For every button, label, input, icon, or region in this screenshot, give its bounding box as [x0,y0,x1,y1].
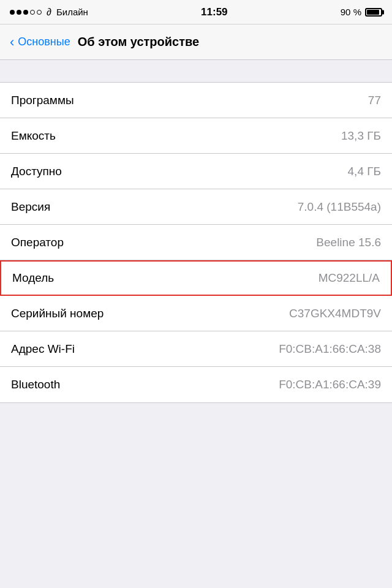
status-time: 11:59 [201,6,227,18]
signal-dots [10,10,42,15]
content: Программы77Емкость13,3 ГБДоступно4,4 ГБВ… [0,60,392,403]
page-title: Об этом устройстве [78,35,199,49]
settings-row: BluetoothF0:CB:A1:66:CA:39 [0,367,392,402]
battery-fill [367,10,379,15]
signal-dot-1 [10,10,15,15]
back-label: Основные [18,36,70,48]
row-value: 4,4 ГБ [348,165,381,178]
status-left: ∂ Билайн [10,7,88,18]
wifi-icon: ∂ [47,7,51,18]
row-value: C37GKX4MDT9V [289,307,381,320]
signal-dot-5 [37,10,42,15]
row-value: 13,3 ГБ [341,129,381,143]
row-value: 77 [368,94,381,107]
row-label: Оператор [11,236,64,249]
battery-percent: 90 % [341,7,361,17]
settings-row: Адрес Wi-FiF0:CB:A1:66:CA:38 [0,331,392,367]
settings-section: Программы77Емкость13,3 ГБДоступно4,4 ГБВ… [0,82,392,403]
row-label: Модель [12,271,54,285]
status-bar: ∂ Билайн 11:59 90 % [0,0,392,24]
row-label: Серийный номер [11,307,104,320]
row-label: Программы [11,94,74,107]
status-right: 90 % [341,7,382,17]
row-value: F0:CB:A1:66:CA:39 [279,378,381,391]
settings-row: Емкость13,3 ГБ [0,118,392,154]
row-value: MC922LL/A [318,271,380,285]
battery-icon [365,8,382,17]
row-value: F0:CB:A1:66:CA:38 [279,342,381,356]
row-label: Bluetooth [11,378,60,391]
top-divider [0,71,392,82]
nav-bar: ‹ Основные Об этом устройстве [0,24,392,60]
row-label: Доступно [11,165,62,178]
settings-row: МодельMC922LL/A [0,260,392,296]
carrier-name: Билайн [56,7,88,17]
row-label: Версия [11,200,50,214]
settings-row: Программы77 [0,83,392,118]
settings-row: Доступно4,4 ГБ [0,154,392,189]
row-value: Beeline 15.6 [316,236,381,249]
back-chevron-icon: ‹ [10,36,14,49]
row-label: Емкость [11,129,56,143]
back-button[interactable]: ‹ Основные [10,36,70,49]
signal-dot-2 [17,10,21,15]
settings-row: Версия7.0.4 (11B554a) [0,189,392,225]
settings-row: ОператорBeeline 15.6 [0,225,392,260]
signal-dot-4 [30,10,35,15]
row-label: Адрес Wi-Fi [11,342,75,356]
row-value: 7.0.4 (11B554a) [298,200,381,214]
settings-row: Серийный номерC37GKX4MDT9V [0,296,392,331]
signal-dot-3 [23,10,28,15]
